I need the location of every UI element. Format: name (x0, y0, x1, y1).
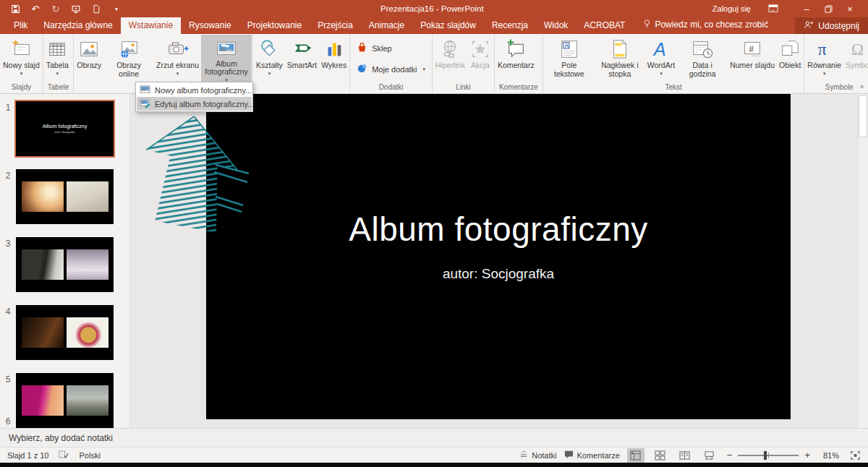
share-button[interactable]: Udostępnij (795, 17, 868, 34)
menu-item-edit-photo-album[interactable]: Edytuj album fotograficzny... (137, 97, 252, 111)
svg-text:π: π (817, 40, 826, 59)
zoom-out-button[interactable]: − (726, 450, 734, 460)
zoom-in-button[interactable]: + (803, 450, 812, 460)
text-box-icon: A (558, 37, 580, 61)
menu-item-new-photo-album[interactable]: Nowy album fotograficzny... (137, 83, 252, 97)
group-tekst: A Pole tekstowe Nagłówek i stopka A Word… (543, 34, 805, 93)
group-label-ilustracje (253, 82, 349, 93)
group-dodatki: Sklep Moje dodatki ▾ Dodatki (350, 34, 433, 93)
zoom-slider-track[interactable] (738, 455, 799, 456)
notes-area[interactable]: Wybierz, aby dodać notatki (0, 428, 868, 447)
my-addins-icon (357, 63, 367, 75)
start-slideshow-icon[interactable] (71, 4, 81, 14)
vertical-scrollbar[interactable] (857, 94, 868, 428)
ribbon-tab-bar: Plik Narzędzia główne Wstawianie Rysowan… (0, 17, 868, 34)
zoom-slider-handle[interactable] (764, 451, 767, 460)
group-tabele: Tabela ▾ Tabele (43, 34, 74, 93)
svg-text:Ω: Ω (851, 40, 863, 59)
tab-pokaz-slajdow[interactable]: Pokaz slajdów (412, 17, 484, 34)
thumbnail-slide-2[interactable]: 2 (0, 169, 129, 224)
object-button[interactable]: Obiekt (777, 35, 803, 82)
save-icon[interactable] (10, 4, 20, 14)
thumbnail-slide-6[interactable] (16, 419, 113, 428)
spellcheck-icon[interactable] (59, 450, 69, 460)
tab-przejscia[interactable]: Przejścia (310, 17, 361, 34)
photo-album-dropdown: Nowy album fotograficzny... Edytuj album… (135, 82, 253, 112)
smartart-icon (292, 37, 313, 61)
tab-acrobat[interactable]: ACROBAT (576, 17, 633, 34)
online-pictures-icon (118, 37, 140, 61)
equation-icon: π (814, 37, 835, 61)
minimize-button[interactable]: – (796, 0, 817, 17)
pictures-button[interactable]: Obrazy (75, 35, 103, 82)
slideshow-view-button[interactable] (701, 448, 718, 463)
undo-icon[interactable]: ↶ (30, 4, 41, 14)
store-button[interactable]: Sklep (357, 42, 425, 54)
notes-toggle[interactable]: Notatki (519, 450, 556, 460)
slide-subtitle-text[interactable]: autor: Socjografka (443, 266, 554, 282)
new-slide-button[interactable]: Nowy slajd ▾ (1, 35, 42, 82)
tab-widok[interactable]: Widok (536, 17, 576, 34)
thumbnail-slide-4[interactable]: 4 (0, 305, 129, 360)
scrollbar-thumb[interactable] (859, 95, 867, 137)
group-label-linki: Linki (433, 82, 494, 93)
slide-canvas[interactable]: Album fotograficzny autor: Socjografka (206, 94, 791, 419)
tab-narzedzia-glowne[interactable]: Narzędzia główne (35, 17, 120, 34)
screenshot-button[interactable]: Zrzut ekranu ▾ (154, 35, 201, 82)
chart-button[interactable]: Wykres (319, 35, 349, 82)
my-addins-button[interactable]: Moje dodatki ▾ (357, 63, 425, 75)
online-pictures-button[interactable]: Obrazy online (103, 35, 154, 82)
window-title: Prezentacja16 - PowerPoint (152, 4, 712, 13)
object-icon (779, 37, 801, 61)
date-time-button[interactable]: Data i godzina (677, 35, 728, 82)
sign-in-link[interactable]: Zaloguj się (712, 4, 751, 13)
tab-wstawianie[interactable]: Wstawianie (121, 17, 181, 34)
bottom-strip (0, 463, 868, 467)
wordart-button[interactable]: A WordArt ▾ (645, 35, 677, 82)
close-button[interactable]: × (839, 0, 861, 17)
notes-toggle-icon (519, 450, 528, 460)
smartart-button[interactable]: SmartArt (285, 35, 319, 82)
slide-sorter-view-button[interactable] (652, 448, 669, 463)
comment-button[interactable]: Komentarz (495, 35, 537, 82)
hyperlink-button[interactable]: Hiperlink (433, 35, 467, 82)
text-box-button[interactable]: A Pole tekstowe (544, 35, 595, 82)
restore-button[interactable] (817, 0, 839, 17)
shapes-button[interactable]: Kształty ▾ (254, 35, 285, 82)
slide-number-button[interactable]: # Numer slajdu (728, 35, 777, 82)
language-indicator[interactable]: Polski (79, 451, 100, 460)
photo-placeholder (22, 181, 64, 212)
photo-album-button[interactable]: Album fotograficzny ▾ (201, 35, 252, 82)
collapse-ribbon-chevron[interactable]: ^ (860, 85, 864, 93)
equation-button[interactable]: π Równanie ▾ (805, 35, 843, 82)
thumbnail-slide-3[interactable]: 3 (0, 237, 129, 292)
tell-me-box[interactable]: Powiedz mi, co chcesz zrobić (643, 19, 768, 34)
symbol-button[interactable]: Ω Symbol (843, 35, 868, 82)
table-button[interactable]: Tabela ▾ (44, 35, 71, 82)
reading-view-button[interactable] (676, 448, 694, 463)
ribbon: Nowy slajd ▾ Slajdy Tabela ▾ Tabele (0, 34, 868, 94)
tab-rysowanie[interactable]: Rysowanie (181, 17, 239, 34)
new-slide-icon (10, 37, 32, 61)
quick-access-toolbar: ↶ ↻ ▾ (0, 4, 152, 14)
zoom-percentage[interactable]: 81% (819, 451, 839, 460)
tab-projektowanie[interactable]: Projektowanie (239, 17, 310, 34)
customize-qat-icon[interactable]: ▾ (111, 4, 122, 14)
group-label-symbole: Symbole (804, 82, 868, 93)
group-label-komentarze: Komentarze (495, 82, 542, 93)
tab-recenzja[interactable]: Recenzja (484, 17, 536, 34)
new-photo-album-icon (140, 85, 150, 95)
new-document-icon[interactable] (91, 4, 101, 14)
svg-text:A: A (652, 39, 666, 59)
slide-title-text[interactable]: Album fotograficzny (349, 210, 647, 249)
normal-view-button[interactable] (627, 448, 644, 463)
header-footer-button[interactable]: Nagłówek i stopka (595, 35, 645, 82)
tab-plik[interactable]: Plik (6, 17, 35, 34)
fit-slide-to-window-button[interactable] (846, 448, 864, 463)
thumbnail-slide-1[interactable]: 1 Album fotograficzny autor: Socjografka (0, 101, 129, 156)
comments-toggle[interactable]: Komentarze (564, 450, 620, 460)
action-button[interactable]: Akcja (467, 35, 493, 82)
tab-animacje[interactable]: Animacje (361, 17, 412, 34)
redo-icon[interactable]: ↻ (51, 4, 61, 14)
ribbon-display-options-icon[interactable] (762, 0, 784, 17)
